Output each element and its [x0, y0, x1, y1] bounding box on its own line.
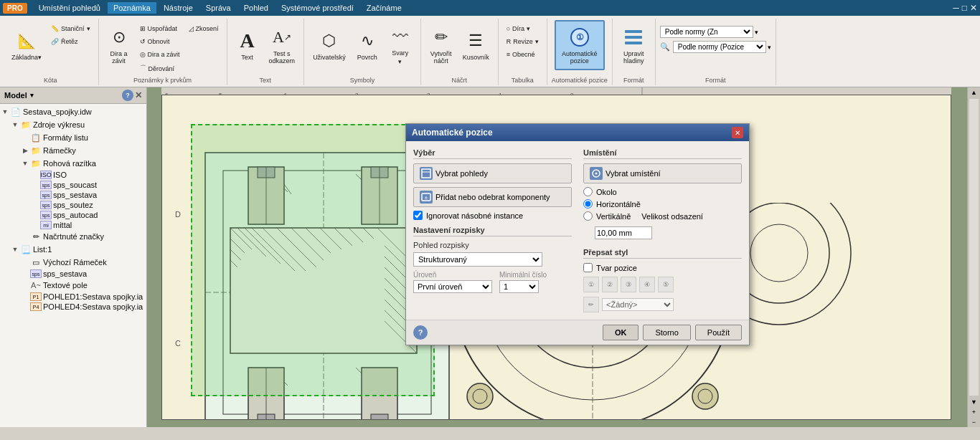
- min-cislo-select[interactable]: 1: [499, 280, 539, 293]
- scroll-zoom-out[interactable]: −: [968, 417, 980, 427]
- scroll-down[interactable]: ▼: [968, 397, 980, 407]
- autopozice-btn[interactable]: ① Automaticképozice: [555, 20, 605, 70]
- menu-nastroje[interactable]: Nástroje: [158, 2, 199, 14]
- menu-sprava[interactable]: Správa: [200, 2, 237, 14]
- tree-item-list1[interactable]: ▼ 📃 List:1: [0, 243, 146, 256]
- tree-item-spssestava2[interactable]: sps sps_sestava: [0, 269, 146, 279]
- ok-btn[interactable]: OK: [603, 325, 639, 340]
- tree-item-mittal[interactable]: mi mittal: [0, 220, 146, 230]
- test-odkazem-btn[interactable]: A↗ Test sodkazem: [265, 20, 300, 70]
- zadny-icon[interactable]: ✏: [583, 297, 599, 312]
- svary-btn[interactable]: 〰 Svary▾: [385, 20, 416, 70]
- expander-ramecky: ▶: [20, 147, 30, 154]
- scroll-track[interactable]: [969, 99, 979, 396]
- pouzit-btn[interactable]: Použít: [695, 325, 742, 340]
- menu-zaciname[interactable]: Začínáme: [361, 2, 407, 14]
- upravit-hladiny-btn[interactable]: Upravithladiny: [618, 20, 649, 70]
- tree-item-spsautocad[interactable]: sps sps_autocad: [0, 210, 146, 220]
- vertikalne-row: Vertikálně Velikost odsazení: [583, 211, 742, 221]
- usporadat-btn[interactable]: ⊞ Uspořádat: [136, 23, 184, 34]
- ignorovat-checkbox[interactable]: [413, 211, 423, 220]
- format-dropdown1[interactable]: Podle normy (Zn: [660, 26, 753, 38]
- derovani-icon: ◎: [140, 51, 146, 58]
- ignorovat-label: Ignorovat násobné instance: [426, 211, 523, 220]
- menu-systemprostedi[interactable]: Systémové prostředí: [275, 2, 359, 14]
- zkoseni-icon: ◿: [189, 25, 194, 32]
- dira-zavit-btn[interactable]: ⊙ Dira azávit: [103, 20, 135, 70]
- window-close[interactable]: ✕: [970, 3, 977, 13]
- dira-btn[interactable]: ○ Díra▾: [503, 23, 542, 34]
- vertikalne-radio[interactable]: [583, 211, 593, 221]
- umisteni-row1: Vybrat umístění: [583, 163, 742, 183]
- zadny-select[interactable]: <Žádný>: [602, 298, 674, 311]
- dialog-close-btn[interactable]: ✕: [732, 127, 743, 138]
- kusovnik-btn[interactable]: ☰ Kusovník: [458, 20, 494, 70]
- label-spssestava: sps_sestava: [53, 191, 97, 199]
- okolo-radio[interactable]: [583, 187, 593, 196]
- style-icon-5[interactable]: ⑤: [658, 277, 674, 292]
- ohyb-btn[interactable]: ⌒ Děrování: [136, 62, 184, 75]
- kota-btn[interactable]: 📐 Základna▾: [7, 20, 46, 70]
- icon-nacrt-znacky: ✏: [30, 231, 42, 242]
- tree-item-pohled4[interactable]: P4 POHLED4:Sestava spojky.ia: [0, 302, 146, 312]
- scroll-up[interactable]: ▲: [968, 87, 980, 97]
- dialog-help-btn[interactable]: ?: [413, 325, 428, 340]
- svg-point-95: [595, 173, 598, 175]
- tree-item-nacrt-znacky[interactable]: ✏ Načrtnuté značky: [0, 230, 146, 243]
- menu-umisteni[interactable]: Umístění pohledů: [33, 2, 106, 14]
- derovani-btn[interactable]: ◎ Dira a závit: [136, 49, 184, 60]
- uroven-select[interactable]: První úroveň: [413, 280, 492, 293]
- retez-btn[interactable]: 🔗 Řetěz: [47, 36, 94, 47]
- style-icon-2[interactable]: ②: [602, 277, 618, 292]
- obecne-btn[interactable]: ≡ Obecné: [503, 49, 542, 60]
- tvar-pozice-checkbox[interactable]: [583, 263, 593, 272]
- storno-btn[interactable]: Storno: [643, 325, 690, 340]
- text-btn[interactable]: A Text: [232, 20, 263, 70]
- povrch-btn[interactable]: ∿ Povrch: [352, 20, 383, 70]
- tree-item-spssestava[interactable]: sps sps_sestava: [0, 190, 146, 200]
- window-maximize[interactable]: □: [962, 3, 967, 13]
- dialog-autopozice[interactable]: Automatické pozice ✕ Výběr: [405, 123, 750, 345]
- tree-item-rohova[interactable]: ▼ 📁 Rohová razítka: [0, 157, 146, 170]
- horizontalne-radio[interactable]: [583, 199, 593, 209]
- obnovit-btn[interactable]: ↺ Obnovit: [136, 36, 184, 47]
- vybrat-pohledy-btn[interactable]: Vybrat pohledy: [413, 163, 572, 183]
- povrch-label: Povrch: [357, 54, 377, 61]
- pohled-rozpisky-select[interactable]: Strukturovaný: [413, 252, 542, 267]
- format-dropdown2[interactable]: Podle normy (Pozice: [673, 41, 766, 53]
- uzivatelsky-btn[interactable]: ⬡ Uživatelský: [308, 20, 350, 70]
- scroll-zoom-in[interactable]: +: [968, 407, 980, 417]
- tree-item-vychozi[interactable]: ▭ Výchozí Rámeček: [0, 256, 146, 269]
- offset-value-input[interactable]: [595, 226, 652, 239]
- right-scrollbar[interactable]: ▲ ▼ + −: [967, 87, 980, 427]
- tree-item-ramecky[interactable]: ▶ 📁 Rámečky: [0, 144, 146, 157]
- nacrt-group-label: Náčrt: [451, 75, 467, 84]
- style-icon-1[interactable]: ①: [583, 277, 599, 292]
- revize-btn[interactable]: R Revize▾: [503, 36, 542, 47]
- tree-item-spssoucast[interactable]: sps sps_soucast: [0, 180, 146, 190]
- sidebar-close-btn[interactable]: ✕: [135, 90, 142, 100]
- style-icon-3[interactable]: ③: [621, 277, 636, 292]
- menu-poznamka[interactable]: Poznámka: [108, 2, 156, 14]
- tree-item-spssoutez[interactable]: sps sps_soutez: [0, 200, 146, 210]
- tree-item-formaty[interactable]: 📋 Formáty listu: [0, 131, 146, 144]
- tree-item-iso[interactable]: ISO ISO: [0, 170, 146, 180]
- pridat-odebrat-btn[interactable]: ± Přidat nebo odebrat komponenty: [413, 187, 572, 207]
- zkoseni-btn[interactable]: ◿ Zkosení: [185, 23, 222, 34]
- tree-item-textpole[interactable]: A~ Textové pole: [0, 279, 146, 292]
- window-minimize[interactable]: ─: [953, 3, 959, 13]
- style-icon-4[interactable]: ④: [639, 277, 655, 292]
- sidebar-help-btn[interactable]: ?: [122, 90, 133, 101]
- selection-box: [191, 124, 435, 396]
- sidebar-title: Model: [4, 91, 27, 100]
- stanic-btn[interactable]: 📏 Staniční▾: [47, 23, 94, 34]
- tree-item-main[interactable]: ▼ 📄 Sestava_spojky.idw: [0, 105, 146, 118]
- tree-item-zdroje[interactable]: ▼ 📁 Zdroje výkresu: [0, 118, 146, 131]
- vybrat-umisteni-btn[interactable]: Vybrat umístění: [583, 163, 742, 183]
- vytvorit-nacrt-btn[interactable]: ✏ Vytvořitnáčrt: [425, 20, 457, 70]
- dira-zavit-icon: ⊙: [108, 26, 131, 49]
- menu-pohled[interactable]: Pohled: [238, 2, 274, 14]
- tvar-pozice-row: Tvar pozice: [583, 263, 742, 272]
- label-formaty: Formáty listu: [43, 133, 88, 142]
- tree-item-pohled1[interactable]: P1 POHLED1:Sestava spojky.ia: [0, 292, 146, 302]
